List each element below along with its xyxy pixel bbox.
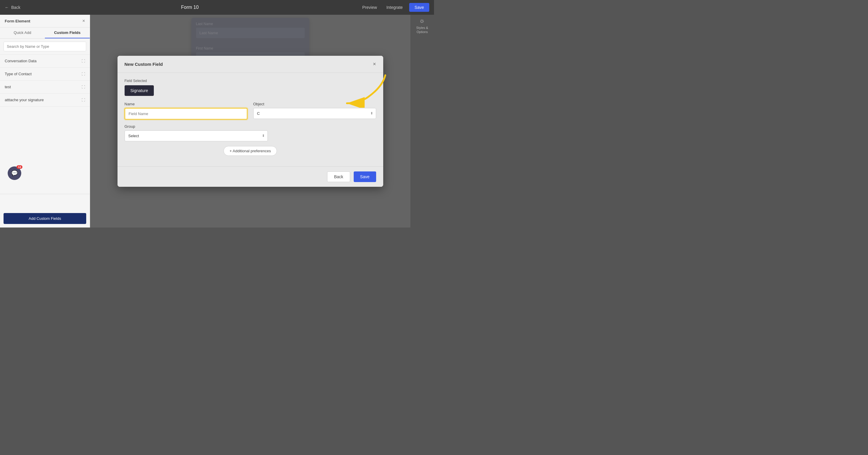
page-title: Form 10 bbox=[181, 5, 199, 10]
right-styles-panel[interactable]: ⛭ Styles & Options bbox=[410, 15, 434, 38]
top-header: ← Back Form 10 Preview Integrate Save bbox=[0, 0, 434, 15]
item-label: Type of Contact bbox=[5, 72, 32, 76]
list-item[interactable]: atttache your signature ⛶ bbox=[0, 94, 90, 106]
additional-preferences-button[interactable]: + Additional preferences bbox=[223, 146, 277, 156]
modal-container: New Custom Field × Field Selected Signat… bbox=[90, 15, 410, 228]
modal-form-row-name-object: Name Object C bbox=[125, 102, 376, 120]
sidebar-search-area bbox=[0, 39, 90, 55]
additional-preferences-area: + Additional preferences bbox=[125, 146, 376, 156]
search-input[interactable] bbox=[4, 42, 86, 51]
group-select[interactable]: Select bbox=[125, 130, 268, 141]
group-form-group: Group Select bbox=[125, 124, 268, 141]
modal-footer: Back Save bbox=[118, 166, 383, 187]
field-name-input[interactable] bbox=[125, 108, 247, 120]
name-form-group: Name bbox=[125, 102, 247, 120]
item-label: test bbox=[5, 85, 11, 89]
expand-icon: ⛶ bbox=[82, 98, 85, 102]
item-label: Conversation Data bbox=[5, 59, 37, 63]
sidebar-header: Form Element × bbox=[0, 15, 90, 27]
sidebar-footer: 💬 14 Add Custom Fields bbox=[0, 194, 90, 228]
object-label: Object bbox=[253, 102, 376, 106]
expand-icon: ⛶ bbox=[82, 72, 85, 76]
chat-badge-count: 14 bbox=[17, 165, 23, 169]
header-actions: Preview Integrate Save bbox=[359, 3, 429, 12]
chat-icon[interactable]: 💬 14 bbox=[8, 166, 21, 180]
modal-header: New Custom Field × bbox=[118, 56, 383, 73]
left-sidebar: Form Element × Quick Add Custom Fields C… bbox=[0, 15, 90, 228]
styles-label: Styles & Options bbox=[413, 26, 432, 34]
field-selected-label: Field Selected bbox=[125, 79, 376, 83]
modal-close-button[interactable]: × bbox=[373, 61, 376, 67]
back-button[interactable]: ← Back bbox=[5, 5, 20, 10]
sidebar-tabs: Quick Add Custom Fields bbox=[0, 27, 90, 39]
modal-body: Field Selected Signature Name Object C bbox=[118, 73, 383, 166]
list-item[interactable]: test ⛶ bbox=[0, 80, 90, 94]
item-label: atttache your signature bbox=[5, 98, 44, 102]
tab-custom-fields[interactable]: Custom Fields bbox=[45, 27, 90, 38]
object-select-wrapper: C bbox=[253, 108, 376, 119]
modal-form-row-group: Group Select bbox=[125, 124, 376, 141]
object-select[interactable]: C bbox=[253, 108, 376, 119]
expand-icon: ⛶ bbox=[82, 85, 85, 89]
sidebar-title: Form Element bbox=[5, 19, 30, 23]
group-label: Group bbox=[125, 124, 268, 129]
new-custom-field-modal: New Custom Field × Field Selected Signat… bbox=[118, 56, 383, 187]
name-label: Name bbox=[125, 102, 247, 106]
preview-button[interactable]: Preview bbox=[359, 3, 380, 11]
integrate-button[interactable]: Integrate bbox=[383, 3, 406, 11]
sidebar-close-button[interactable]: × bbox=[82, 18, 85, 24]
field-selected-value[interactable]: Signature bbox=[125, 85, 154, 96]
back-label: Back bbox=[11, 5, 20, 10]
styles-icon: ⛭ bbox=[420, 18, 425, 25]
expand-icon: ⛶ bbox=[82, 59, 85, 63]
add-custom-fields-button[interactable]: Add Custom Fields bbox=[4, 213, 86, 224]
modal-title: New Custom Field bbox=[125, 62, 163, 67]
modal-save-button[interactable]: Save bbox=[354, 171, 376, 182]
save-button[interactable]: Save bbox=[409, 3, 429, 12]
group-select-wrapper: Select bbox=[125, 130, 268, 141]
back-arrow-icon: ← bbox=[5, 5, 9, 10]
modal-back-button[interactable]: Back bbox=[327, 171, 350, 182]
list-item[interactable]: Type of Contact ⛶ bbox=[0, 68, 90, 80]
list-item[interactable]: Conversation Data ⛶ bbox=[0, 55, 90, 68]
tab-quick-add[interactable]: Quick Add bbox=[0, 27, 45, 38]
object-form-group: Object C bbox=[253, 102, 376, 119]
